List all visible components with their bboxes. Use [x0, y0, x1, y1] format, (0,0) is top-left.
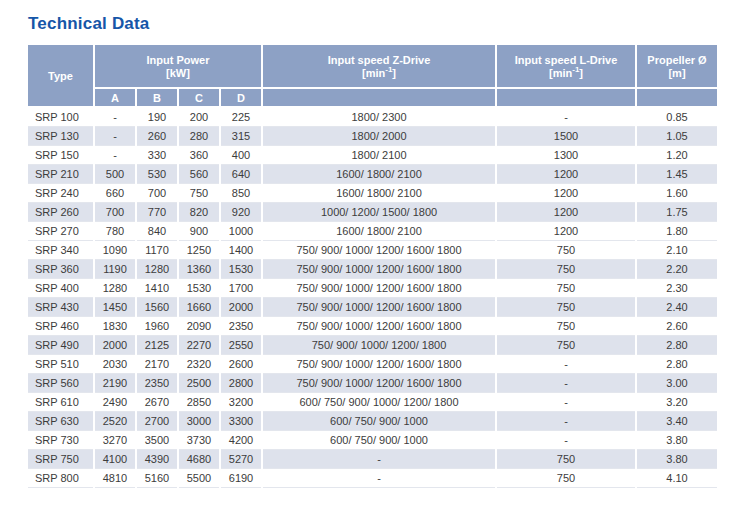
- cell-value: 2520: [94, 412, 136, 431]
- cell-value: 3.80: [636, 431, 718, 450]
- subheader-d: D: [220, 88, 262, 107]
- cell-value: 2000: [94, 336, 136, 355]
- cell-value: 5270: [220, 450, 262, 469]
- cell-value: 750/ 900/ 1000/ 1200/ 1800: [262, 336, 496, 355]
- cell-value: 0.85: [636, 107, 718, 127]
- cell-value: 750: [178, 184, 220, 203]
- cell-value: 1600/ 1800/ 2100: [262, 222, 496, 241]
- cell-value: 360: [178, 146, 220, 165]
- header-propeller-label: Propeller Ø: [647, 54, 706, 66]
- table-row: SRP 2607007708209201000/ 1200/ 1500/ 180…: [28, 203, 718, 222]
- subheader-c: C: [178, 88, 220, 107]
- cell-value: 1800/ 2300: [262, 107, 496, 127]
- cell-value: 190: [136, 107, 178, 127]
- header-type-label: Type: [48, 70, 73, 82]
- cell-type: SRP 800: [28, 469, 94, 488]
- cell-value: 5500: [178, 469, 220, 488]
- cell-value: 2500: [178, 374, 220, 393]
- table-body: SRP 100-1902002251800/ 2300-0.85SRP 130-…: [28, 107, 718, 488]
- cell-value: 1530: [220, 260, 262, 279]
- cell-value: 750/ 900/ 1000/ 1200/ 1600/ 1800: [262, 317, 496, 336]
- cell-type: SRP 430: [28, 298, 94, 317]
- cell-value: 750/ 900/ 1000/ 1200/ 1600/ 1800: [262, 298, 496, 317]
- header-input-power: Input Power [kW]: [94, 45, 262, 88]
- cell-value: 750/ 900/ 1000/ 1200/ 1600/ 1800: [262, 241, 496, 260]
- header-l-drive-unit: [min-1]: [499, 67, 633, 79]
- page-title: Technical Data: [28, 14, 743, 34]
- cell-type: SRP 730: [28, 431, 94, 450]
- cell-value: 1360: [178, 260, 220, 279]
- cell-value: 770: [136, 203, 178, 222]
- cell-type: SRP 150: [28, 146, 94, 165]
- cell-value: 3.40: [636, 412, 718, 431]
- cell-type: SRP 490: [28, 336, 94, 355]
- table-row: SRP 5102030217023202600750/ 900/ 1000/ 1…: [28, 355, 718, 374]
- cell-value: 2.60: [636, 317, 718, 336]
- cell-type: SRP 100: [28, 107, 94, 127]
- table-row: SRP 4301450156016602000750/ 900/ 1000/ 1…: [28, 298, 718, 317]
- header-z-drive: Input speed Z-Drive [min-1]: [262, 45, 496, 88]
- subheader-propeller-empty: [636, 88, 718, 107]
- cell-value: -: [496, 431, 636, 450]
- cell-value: 1800/ 2000: [262, 127, 496, 146]
- cell-value: -: [94, 146, 136, 165]
- cell-value: -: [496, 374, 636, 393]
- cell-value: -: [496, 393, 636, 412]
- cell-value: 2.30: [636, 279, 718, 298]
- cell-value: 3.20: [636, 393, 718, 412]
- cell-value: 750: [496, 469, 636, 488]
- cell-value: 330: [136, 146, 178, 165]
- cell-value: 2350: [220, 317, 262, 336]
- cell-value: -: [262, 450, 496, 469]
- header-z-drive-unit: [min-1]: [265, 67, 493, 79]
- header-type: Type: [28, 45, 94, 107]
- cell-value: 1200: [496, 184, 636, 203]
- cell-value: -: [496, 355, 636, 374]
- cell-value: 1450: [94, 298, 136, 317]
- cell-value: 3.80: [636, 450, 718, 469]
- table-row: SRP 6302520270030003300600/ 750/ 900/ 10…: [28, 412, 718, 431]
- table-row: SRP 6102490267028503200600/ 750/ 900/ 10…: [28, 393, 718, 412]
- cell-type: SRP 130: [28, 127, 94, 146]
- cell-value: 1190: [94, 260, 136, 279]
- cell-value: 5160: [136, 469, 178, 488]
- cell-value: 750/ 900/ 1000/ 1200/ 1600/ 1800: [262, 279, 496, 298]
- cell-type: SRP 560: [28, 374, 94, 393]
- cell-type: SRP 610: [28, 393, 94, 412]
- cell-value: 560: [178, 165, 220, 184]
- cell-value: 750/ 900/ 1000/ 1200/ 1600/ 1800: [262, 374, 496, 393]
- header-l-drive: Input speed L-Drive [min-1]: [496, 45, 636, 88]
- cell-value: 600/ 750/ 900/ 1000: [262, 431, 496, 450]
- subheader-b: B: [136, 88, 178, 107]
- cell-type: SRP 360: [28, 260, 94, 279]
- cell-value: -: [94, 127, 136, 146]
- cell-type: SRP 460: [28, 317, 94, 336]
- cell-value: 4810: [94, 469, 136, 488]
- cell-value: 2030: [94, 355, 136, 374]
- cell-value: 4680: [178, 450, 220, 469]
- header-input-power-unit: [kW]: [97, 67, 259, 79]
- cell-value: 2125: [136, 336, 178, 355]
- cell-value: 750: [496, 336, 636, 355]
- cell-value: 2.10: [636, 241, 718, 260]
- table-row: SRP 4902000212522702550750/ 900/ 1000/ 1…: [28, 336, 718, 355]
- cell-value: 1410: [136, 279, 178, 298]
- cell-value: 1.05: [636, 127, 718, 146]
- cell-value: 200: [178, 107, 220, 127]
- cell-value: 2850: [178, 393, 220, 412]
- cell-value: 400: [220, 146, 262, 165]
- cell-value: 2.80: [636, 336, 718, 355]
- cell-value: 2270: [178, 336, 220, 355]
- table-row: SRP 2105005305606401600/ 1800/ 210012001…: [28, 165, 718, 184]
- cell-value: 2000: [220, 298, 262, 317]
- cell-value: 1000/ 1200/ 1500/ 1800: [262, 203, 496, 222]
- cell-value: 900: [178, 222, 220, 241]
- cell-value: 4390: [136, 450, 178, 469]
- cell-value: -: [94, 107, 136, 127]
- cell-type: SRP 260: [28, 203, 94, 222]
- cell-value: 260: [136, 127, 178, 146]
- cell-value: 280: [178, 127, 220, 146]
- table-row: SRP 3401090117012501400750/ 900/ 1000/ 1…: [28, 241, 718, 260]
- cell-value: 1600/ 1800/ 2100: [262, 165, 496, 184]
- cell-value: 1960: [136, 317, 178, 336]
